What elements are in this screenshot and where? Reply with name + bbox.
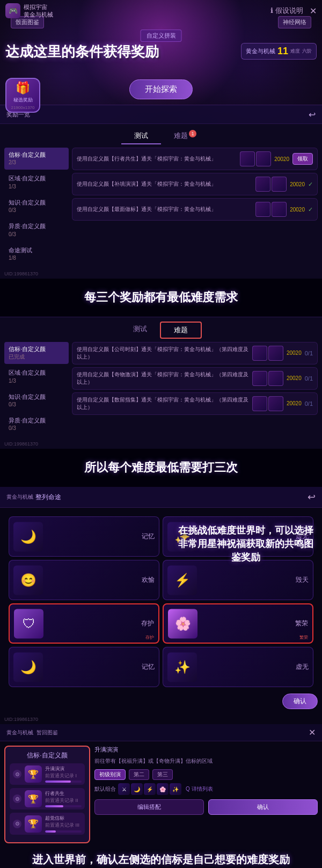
- sidebar-item-0[interactable]: 信标·自定义颜 2/3: [4, 148, 69, 170]
- emblem-title-area: 黄金与机械 暂回图鉴: [6, 729, 309, 736]
- game-header-section: 🎮 模拟宇宙 黄金与机械 ℹ 假设说明 ✕ 骰面图鉴 神经网络 自定义拼装 达成…: [0, 0, 322, 123]
- diff-badge-0[interactable]: 初级别演: [94, 769, 126, 780]
- combo-icon-3: 🌸: [157, 783, 169, 795]
- fate-card-label-7: 虚无: [296, 662, 309, 672]
- task-hard-points-0: 20020: [287, 350, 302, 356]
- task-hard-text-0: 使用自定义颜【公司时刻】通关「模拟宇宙：黄金与机械」（第四难度及以上）: [77, 346, 249, 361]
- fate-card-badge-5: 繁荣: [299, 634, 308, 640]
- bottom-nav-bar: 奖励一览 ↩: [0, 105, 322, 123]
- task-avatar: [268, 346, 283, 361]
- reward-badge-label: 秘选奖励: [13, 97, 33, 104]
- emblem-header: 黄金与机械 暂回图鉴 ✕: [0, 724, 322, 741]
- task-hard-status-0: 0/1: [305, 350, 313, 356]
- top-bar: 🎮 模拟宇宙 黄金与机械 ℹ 假设说明 ✕: [0, 0, 322, 22]
- top-bar-actions: ℹ 假设说明 ✕: [270, 6, 317, 16]
- section2-uid: UID:199861370: [0, 270, 322, 279]
- gear-icon-0[interactable]: ⚙: [13, 770, 21, 778]
- task-avatar: [272, 177, 287, 192]
- tab-test[interactable]: 测试: [121, 128, 161, 144]
- combo-icon-1: 🌙: [131, 783, 143, 795]
- section1-overlay-text: 达成这里的条件获得奖励: [5, 43, 159, 61]
- sidebar-list: 信标·自定义颜 2/3 区域·自定义颜 1/3 知识·自定义颜 0/3 异质·自…: [4, 148, 69, 267]
- emblem-annotation-text: 进入世界前，确认左侧选的信标是自己想要的难度奖励: [6, 852, 316, 867]
- task-avatar: [256, 151, 271, 166]
- tab-hard-2[interactable]: 难题: [160, 322, 202, 339]
- combo-icon-2: ⚡: [144, 783, 156, 795]
- info-button[interactable]: ℹ 假设说明: [270, 6, 303, 16]
- fate-card-3[interactable]: ⚡ 毁天: [163, 560, 313, 600]
- sidebar-item-h3[interactable]: 异质·自定义颜 0/3: [4, 413, 69, 435]
- sidebar-item-2[interactable]: 知识·自定义颜 0/3: [4, 195, 69, 217]
- nav-back-button[interactable]: ↩: [309, 110, 316, 120]
- confirm-button[interactable]: 确认: [208, 799, 318, 815]
- task-avatar: [255, 177, 270, 192]
- sidebar-item-h2[interactable]: 知识·自定义颜 0/3: [4, 390, 69, 412]
- fate-card-label-4: 存护: [141, 619, 154, 628]
- task-table-section: 测试 难题 1 信标·自定义颜 2/3 区域·自定义颜 1/3 知识·自定义颜 …: [0, 123, 322, 279]
- emblem-right-sub: 前往带有【祝福升满】或【奇物升满】信标的区域: [94, 757, 318, 765]
- fate-back-button[interactable]: ↩: [308, 491, 316, 503]
- fate-card-label-6: 记忆: [142, 662, 155, 672]
- tab-test-2[interactable]: 测试: [120, 322, 160, 339]
- action-row: 编辑搭配 确认: [94, 799, 318, 815]
- emblem-bar-fill-1: [45, 805, 63, 807]
- fate-card-2[interactable]: 😊 欢愉: [9, 560, 159, 600]
- sidebar-item-4[interactable]: 命途测试 1/8: [4, 243, 69, 265]
- fate-card-6[interactable]: 🌙 记忆: [9, 647, 159, 687]
- sidebar-item-h0[interactable]: 信标·自定义颜 已完成: [4, 342, 69, 364]
- combo-icon-0: ⚔: [118, 783, 130, 795]
- task-hard-row-2: 使用自定义颜【数留指集】通关「模拟宇宙：黄金与机械」（第四难度及以上） 2002…: [72, 392, 318, 415]
- sidebar-item-h1[interactable]: 区域·自定义颜 1/3: [4, 366, 69, 388]
- gear-icon-1[interactable]: ⚙: [13, 794, 21, 803]
- task-claim-button-0[interactable]: 领取: [292, 153, 313, 165]
- emblem-slot-info-0: 升满演演 前置通关记录 I: [45, 765, 82, 783]
- start-explore-button[interactable]: 开始探索: [129, 79, 193, 99]
- task-hard-status-1: 0/1: [305, 375, 313, 382]
- fate-card-7[interactable]: ✨ 虚无: [163, 647, 313, 687]
- fate-card-4[interactable]: 🛡 存护 存护: [9, 603, 159, 644]
- emblem-left-title: 信标·自定义颜: [10, 751, 85, 760]
- combo-label: 默认组合: [94, 785, 116, 793]
- reward-badge[interactable]: 🎁 秘选奖励 21900x1370: [5, 78, 40, 113]
- detail-button[interactable]: Q 详情列表: [186, 785, 213, 793]
- fate-card-icon-5: 🌸: [168, 609, 197, 638]
- fate-card-0[interactable]: 🌙 记忆: [9, 516, 159, 557]
- task-hard-points-2: 20020: [287, 400, 302, 406]
- fate-section: 黄金与机械 整列命途 ↩ 🌙 记忆 ✨ 虚无 😊 欢愉 ⚡ 毁天: [0, 487, 322, 724]
- task-avatar: [272, 202, 287, 217]
- fate-card-icon-7: ✨: [167, 652, 197, 682]
- edit-button[interactable]: 编辑搭配: [94, 799, 204, 815]
- close-button[interactable]: ✕: [310, 6, 317, 16]
- fate-confirm-button[interactable]: 确认: [282, 694, 318, 709]
- fate-card-icon-0: 🌙: [13, 522, 43, 551]
- emblem-close-button[interactable]: ✕: [309, 727, 316, 738]
- tabs-row: 测试 难题 1: [0, 124, 322, 144]
- task-text-1: 使用自定义颜【补填演演】通关「模拟宇宙：黄金与机械」: [77, 180, 252, 188]
- fate-app-label: 黄金与机械: [6, 493, 33, 501]
- task-avatar: [240, 151, 255, 166]
- fate-annotation: 在挑战低难度世界时，可以选择非常用星神祝福获取新的共鸣图鉴奖励: [176, 524, 316, 565]
- task-hard-points-1: 20020: [287, 375, 302, 381]
- task-hard-text-2: 使用自定义颜【数留指集】通关「模拟宇宙：黄金与机械」（第四难度及以上）: [77, 396, 249, 411]
- gear-icon-2[interactable]: ⚙: [13, 820, 21, 828]
- difficulty-unit: 难度: [290, 48, 300, 55]
- sidebar-item-3[interactable]: 异质·自定义颜 0/3: [4, 219, 69, 241]
- sidebar-item-1[interactable]: 区域·自定义颜 1/3: [4, 171, 69, 193]
- tabs-row-2: 测试 难题: [0, 317, 322, 339]
- task-hard-row-1: 使用自定义颜【奇物激演】通关「模拟宇宙：黄金与机械」（第四难度及以上） 2002…: [72, 367, 318, 390]
- task-avatar: [252, 396, 267, 411]
- combo-row: 默认组合 ⚔ 🌙 ⚡ 🌸 ✨ Q 详情列表: [94, 783, 318, 795]
- emblem-icon-2: 🏆: [25, 815, 42, 833]
- task-avatar: [268, 396, 283, 411]
- fate-card-5[interactable]: 🌸 繁荣 繁荣: [163, 603, 313, 644]
- annotation-2-text: 所以每个难度最低需要打三次: [8, 454, 314, 482]
- emblem-right-title: 升满演演: [94, 746, 318, 754]
- task-avatar: [255, 202, 270, 217]
- emblem-slot-info-1: 行者共生 前置通关记录 II: [45, 790, 82, 807]
- diff-badge-1[interactable]: 第二: [129, 769, 149, 780]
- fate-card-icon-6: 🌙: [13, 652, 43, 682]
- diff-badge-2[interactable]: 第三: [152, 769, 173, 780]
- fate-confirm-row: 确认: [4, 691, 318, 711]
- tab-hard[interactable]: 难题 1: [161, 128, 201, 144]
- section3-uid: UID:199861370: [0, 440, 322, 449]
